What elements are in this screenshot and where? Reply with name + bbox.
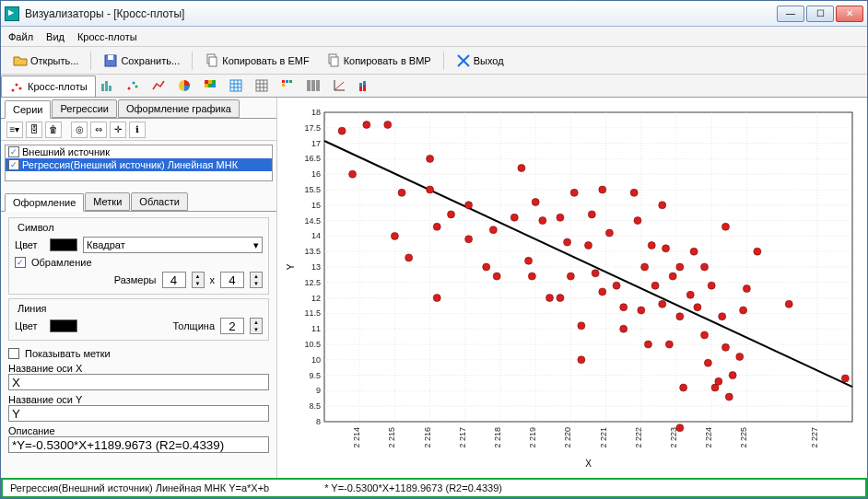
svg-text:16: 16 — [311, 169, 321, 179]
size-h-input[interactable] — [220, 272, 244, 288]
copy-bmp-button[interactable]: Копировать в BMP — [320, 50, 438, 72]
svg-rect-16 — [205, 80, 208, 84]
exit-button[interactable]: Выход — [450, 50, 510, 72]
svg-rect-28 — [359, 87, 362, 91]
symbol-color-swatch[interactable] — [50, 238, 77, 251]
scatter-plot: 88.599.51010.51111.51212.51313.51414.515… — [283, 103, 862, 472]
status-bar: Регрессия(Внешний источник) Линейная МНК… — [1, 478, 867, 498]
svg-text:17: 17 — [311, 139, 321, 148]
series-tabs: Серии Регрессии Оформление графика — [1, 98, 276, 119]
svg-point-13 — [132, 82, 135, 85]
trash-icon[interactable]: 🗑 — [45, 122, 62, 138]
histogram-icon[interactable] — [100, 78, 114, 93]
line-group-title: Линия — [15, 303, 50, 314]
thickness-label: Толщина — [172, 320, 215, 331]
tab-style[interactable]: Оформление — [5, 193, 84, 212]
svg-point-105 — [349, 170, 357, 178]
line-chart-icon[interactable] — [151, 78, 166, 93]
svg-point-114 — [391, 232, 398, 239]
tab-series[interactable]: Серии — [5, 100, 51, 119]
exit-icon — [456, 53, 471, 68]
thickness-spinner[interactable]: ▲▼ — [250, 318, 263, 334]
grid-icon[interactable] — [254, 78, 269, 93]
svg-point-159 — [686, 291, 694, 298]
svg-rect-18 — [212, 80, 216, 84]
series-checkbox[interactable]: ✓ — [8, 146, 19, 157]
menu-view[interactable]: Вид — [46, 31, 65, 42]
series-list[interactable]: ✓ Внешний источник ✓ Регрессия(Внешний и… — [5, 145, 273, 181]
size-h-spinner[interactable]: ▲▼ — [250, 272, 263, 288]
svg-rect-30 — [363, 85, 366, 91]
maximize-button[interactable]: ☐ — [806, 6, 834, 22]
svg-text:8.5: 8.5 — [309, 401, 321, 411]
pie-chart-icon[interactable] — [177, 78, 192, 93]
svg-text:X: X — [585, 458, 592, 469]
list-icon[interactable]: ≡▾ — [6, 122, 23, 138]
size-w-input[interactable] — [162, 272, 186, 288]
close-button[interactable]: ✕ — [836, 6, 863, 22]
save-button[interactable]: Сохранить... — [97, 50, 186, 72]
info-icon[interactable]: ℹ — [129, 122, 146, 138]
svg-point-112 — [433, 295, 440, 302]
minimize-button[interactable]: — — [777, 6, 804, 22]
tab-labels[interactable]: Метки — [85, 192, 130, 211]
svg-point-155 — [676, 263, 684, 271]
arrows-icon[interactable]: ⇔ — [90, 122, 107, 138]
svg-point-8 — [19, 87, 22, 90]
colormap-icon[interactable] — [280, 78, 295, 93]
open-label: Открыть... — [30, 55, 78, 66]
heatmap-icon[interactable] — [203, 78, 217, 93]
open-button[interactable]: Открыть... — [6, 50, 85, 72]
svg-text:13: 13 — [311, 262, 321, 272]
menu-crossplots[interactable]: Кросс-плоты — [77, 31, 137, 42]
show-labels-checkbox[interactable]: ✓ — [8, 348, 19, 359]
thickness-input[interactable] — [220, 318, 244, 334]
series-item-regression[interactable]: ✓ Регрессия(Внешний источник) Линейная М… — [6, 158, 272, 171]
tab-regressions[interactable]: Регрессии — [52, 99, 117, 118]
symbol-shape-value: Квадрат — [87, 239, 125, 250]
barcode-icon[interactable] — [306, 78, 321, 93]
svg-point-130 — [557, 214, 564, 221]
tab-areas[interactable]: Области — [131, 192, 188, 211]
svg-point-153 — [669, 273, 676, 280]
size-w-spinner[interactable]: ▲▼ — [192, 272, 205, 288]
y-axis-input[interactable] — [8, 405, 269, 422]
outline-checkbox[interactable]: ✓ — [15, 257, 26, 268]
axes-icon[interactable] — [332, 78, 346, 93]
crosshair-icon[interactable]: ✛ — [110, 122, 126, 138]
x-axis-input[interactable] — [8, 374, 269, 390]
chevron-down-icon: ▾ — [253, 239, 259, 251]
description-input[interactable] — [8, 436, 269, 453]
svg-point-150 — [644, 341, 651, 348]
series-item-external[interactable]: ✓ Внешний источник — [6, 145, 272, 158]
series-checkbox[interactable]: ✓ — [8, 159, 19, 170]
y-axis-label: Название оси Y — [8, 394, 269, 405]
svg-point-176 — [740, 307, 747, 314]
svg-point-179 — [841, 375, 849, 382]
svg-point-146 — [630, 189, 638, 196]
stacked-bars-icon[interactable] — [358, 78, 372, 93]
copy-emf-icon — [205, 53, 219, 68]
copy-emf-button[interactable]: Копировать в EMF — [198, 50, 315, 72]
menu-file[interactable]: Файл — [8, 31, 33, 42]
db-icon[interactable]: 🗄 — [26, 122, 42, 138]
svg-point-119 — [483, 263, 490, 271]
status-equation: * Y=-0.5300*X+1189.9673 (R2=0.4339) — [324, 482, 502, 493]
target-icon[interactable]: ◎ — [71, 122, 88, 138]
svg-text:16.5: 16.5 — [304, 154, 321, 163]
svg-text:13.5: 13.5 — [304, 247, 321, 256]
table-icon[interactable] — [229, 78, 243, 93]
svg-text:18: 18 — [311, 108, 321, 117]
scatter-icon[interactable] — [125, 78, 140, 93]
svg-point-118 — [493, 273, 500, 280]
tab-chart-style[interactable]: Оформление графика — [118, 99, 240, 118]
symbol-group-title: Символ — [15, 222, 57, 233]
window-title: Визуализаторы - [Кросс-плоты] — [25, 7, 777, 20]
svg-point-149 — [651, 282, 659, 289]
svg-point-171 — [721, 343, 729, 351]
line-color-swatch[interactable] — [50, 319, 77, 332]
symbol-shape-select[interactable]: Квадрат ▾ — [83, 237, 263, 253]
crossplots-tab[interactable]: Кросс-плоты — [1, 75, 96, 97]
x-axis-label: Название оси X — [8, 363, 269, 374]
save-icon — [103, 53, 118, 68]
